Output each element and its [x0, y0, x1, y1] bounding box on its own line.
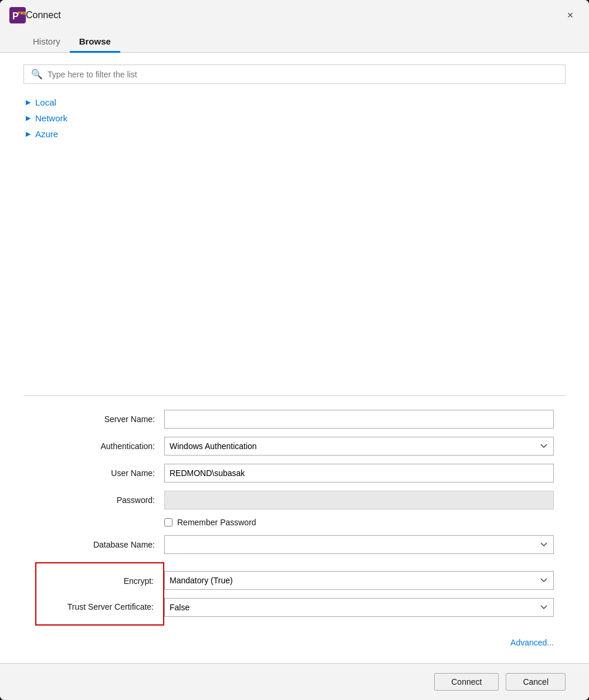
password-control: [164, 491, 554, 509]
remember-password-checkbox-row: Remember Password: [164, 518, 554, 527]
tabs-row: History Browse: [0, 30, 589, 53]
bottom-section: Connect Cancel: [0, 663, 589, 700]
svg-text:PRE: PRE: [18, 11, 26, 16]
remember-password-control: Remember Password: [164, 518, 554, 527]
trust-cert-label: Trust Server Certificate:: [41, 602, 154, 611]
title-bar: P PRE Connect ×: [0, 0, 589, 30]
encrypt-control: Mandatory (True) Optional (False) Strict…: [164, 571, 554, 590]
tree-area: ▶ Local ▶ Network ▶ Azure: [23, 94, 566, 381]
tab-browse[interactable]: Browse: [70, 30, 120, 53]
password-label: Password:: [35, 495, 164, 505]
tree-item-azure-label: Azure: [35, 129, 58, 139]
tree-item-network[interactable]: ▶ Network: [23, 110, 566, 126]
connect-button[interactable]: Connect: [434, 673, 499, 691]
section-divider: [23, 395, 566, 396]
remember-password-row: Remember Password: [35, 518, 554, 527]
trust-cert-control: False True: [164, 598, 554, 617]
authentication-label: Authentication:: [35, 441, 164, 451]
chevron-icon-local: ▶: [26, 98, 31, 106]
encrypt-trust-controls: Mandatory (True) Optional (False) Strict…: [164, 571, 554, 617]
trust-cert-select[interactable]: False True: [164, 598, 554, 617]
advanced-link[interactable]: Advanced...: [510, 638, 554, 647]
filter-input[interactable]: [48, 70, 558, 79]
search-icon: 🔍: [31, 69, 43, 80]
server-name-row: Server Name:: [35, 410, 554, 429]
username-row: User Name:: [35, 464, 554, 482]
filter-row: 🔍: [23, 64, 566, 84]
database-name-row: Database Name:: [35, 535, 554, 554]
cancel-button[interactable]: Cancel: [506, 673, 566, 691]
authentication-select[interactable]: Windows Authentication SQL Server Authen…: [164, 437, 554, 456]
form-section: Server Name: Authentication: Windows Aut…: [23, 410, 566, 651]
server-name-control: [164, 410, 554, 429]
authentication-control: Windows Authentication SQL Server Authen…: [164, 437, 554, 456]
database-name-control: [164, 535, 554, 554]
vs-icon: P PRE: [9, 7, 26, 23]
advanced-link-row: Advanced...: [35, 634, 554, 651]
server-name-label: Server Name:: [35, 414, 164, 424]
username-control: [164, 464, 554, 482]
tree-item-local-label: Local: [35, 97, 56, 107]
encrypt-label: Encrypt:: [41, 576, 154, 586]
chevron-icon-network: ▶: [26, 114, 31, 122]
encrypt-row: Encrypt: Trust Server Certificate: Manda…: [35, 562, 554, 626]
username-input[interactable]: [164, 464, 554, 482]
password-row: Password:: [35, 491, 554, 509]
database-name-select[interactable]: [164, 535, 554, 554]
close-button[interactable]: ×: [561, 6, 580, 25]
tree-item-network-label: Network: [35, 113, 67, 123]
authentication-row: Authentication: Windows Authentication S…: [35, 437, 554, 456]
tree-item-azure[interactable]: ▶ Azure: [23, 126, 566, 142]
password-input-disabled: [164, 491, 554, 509]
main-content: 🔍 ▶ Local ▶ Network ▶ Azure Server Name:: [0, 53, 589, 663]
encrypt-select[interactable]: Mandatory (True) Optional (False) Strict…: [164, 571, 554, 590]
tree-item-local[interactable]: ▶ Local: [23, 94, 566, 110]
server-name-input[interactable]: [164, 410, 554, 429]
remember-password-label: Remember Password: [177, 518, 256, 527]
database-name-label: Database Name:: [35, 540, 164, 549]
username-label: User Name:: [35, 468, 164, 478]
tab-history[interactable]: History: [23, 30, 70, 53]
chevron-icon-azure: ▶: [26, 130, 31, 138]
encrypt-trust-label-group: Encrypt: Trust Server Certificate:: [35, 562, 164, 626]
dialog-title: Connect: [26, 10, 561, 21]
remember-password-checkbox[interactable]: [164, 518, 172, 526]
